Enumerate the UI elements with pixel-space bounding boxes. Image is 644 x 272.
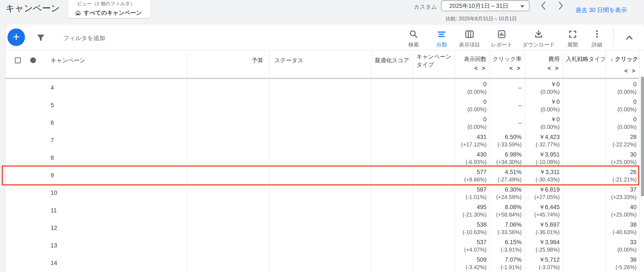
add-filter-input[interactable]: フィルタを追加 [63,34,105,42]
row-number: 7 [50,132,70,149]
header-ctr[interactable]: クリック率 [491,55,522,63]
header-budget[interactable]: 予算 [226,57,263,64]
compare-columns-icon[interactable]: < > [529,65,560,72]
impressions-value: 431 [477,134,486,140]
header-optimization-score[interactable]: 最適化スコア [371,57,409,64]
impressions-delta: (-1.01%) [466,194,486,200]
header-cost[interactable]: 費用 [529,55,560,63]
table-row[interactable]: 50(0.00%)–￥0(0.00%)0(0.00%) [6,96,639,114]
ctr-value: 7.06% [505,221,522,228]
clicks-value: 37 [630,186,636,193]
cell-clicks: 0(0.00%) [608,114,636,132]
impressions-delta: (0.00%) [467,124,486,130]
chevron-right-icon[interactable] [556,1,565,11]
cost-value: ￥3,984 [539,239,560,246]
compare-columns-icon[interactable]: < > [606,68,636,74]
ctr-delta: (+34.30%) [496,159,522,165]
ctr-delta: (-33.56%) [498,229,522,236]
cell-clicks: 30(+25.00%) [608,149,636,167]
impressions-value: 509 [477,256,486,263]
header-campaign[interactable]: キャンペーン [50,57,86,64]
cell-clicks: 0(0.00%) [608,96,636,114]
row-number: 10 [50,184,70,202]
cell-cost: ￥6,819(+27.05%) [528,184,560,202]
table-row[interactable]: 11495(-21.30%)8.08%(+58.84%)￥6,445(+45.7… [6,202,639,219]
cost-value: ￥3,951 [539,151,560,158]
compare-columns-icon[interactable]: < > [456,65,486,72]
funnel-icon[interactable] [36,33,46,43]
cost-value: ￥0 [550,116,560,123]
cell-cost: ￥0(0.00%) [528,79,560,96]
header-impressions[interactable]: 表示回数 [456,55,486,63]
header-bid-strategy[interactable]: 入札戦略タイプ [566,55,605,63]
cell-cost: ￥3,984(-25.98%) [528,237,560,254]
cost-delta: (0.00%) [540,106,560,113]
table-row[interactable]: 12538(-10.63%)7.06%(-33.56%)￥5,697(-36.0… [6,219,639,237]
clicks-value: 0 [633,116,636,123]
clicks-delta: (-5.26%) [616,264,636,271]
row-number: 11 [50,202,70,219]
select-all-checkbox[interactable] [15,57,21,63]
cell-impressions: 430(-6.93%) [456,149,486,167]
cell-impressions: 537(+4.07%) [456,237,486,254]
compare-columns-icon[interactable]: < > [491,65,522,72]
toolbar-report-button[interactable]: レポート [482,29,522,48]
date-mode-label: カスタム [404,3,437,11]
impressions-delta: (-10.63%) [462,229,486,236]
cost-value: ￥6,445 [539,204,560,211]
date-range-picker[interactable]: 2025年10月1日～31日 [441,1,530,11]
ctr-delta: (-3.91%) [500,246,522,253]
cell-clicks: 26(-21.21%) [608,167,636,184]
clicks-delta: (+25.00%) [611,159,636,165]
vertical-scrollbar[interactable] [641,77,644,196]
cell-impressions: 431(+17.12%) [456,132,486,149]
cost-delta: (+27.05%) [534,194,560,200]
cell-clicks: 37(+23.33%) [608,184,636,202]
show-last-30-days-link[interactable]: 過去 30 日間を表示 [576,6,627,14]
toolbar-download-button[interactable]: ダウンロード [519,29,558,48]
view-selector-chip[interactable]: ビュー（2 個のフィルタ） すべてのキャンペーン [68,0,151,18]
table-row[interactable]: 40(0.00%)–￥0(0.00%)0(0.00%) [6,79,639,96]
toolbar-more-button[interactable]: 詳細 [577,29,617,48]
cost-delta: (-10.08%) [536,159,560,165]
comparison-range-label: 比較: 2025年8月31日～10月1日 [446,15,517,22]
table-row[interactable]: 8430(-6.93%)6.98%(+34.30%)￥3,951(-10.08%… [6,149,639,167]
cell-impressions: 0(0.00%) [456,96,486,114]
cell-cost: ￥0(0.00%) [528,96,560,114]
clicks-delta: (0.00%) [617,106,636,113]
cell-clicks: 0(0.00%) [608,79,636,96]
clicks-value: 40 [630,204,636,211]
campaign-table-card: + フィルタを追加 検索 [6,25,644,272]
cost-delta: (-32.77%) [536,141,560,148]
table-row[interactable]: 14509(-3.42%)7.07%(-1.91%)￥5,712(-3.07%)… [6,254,639,272]
clicks-delta: (0.00%) [617,89,636,95]
cost-delta: (+45.74%) [534,211,560,218]
ctr-value: – [518,102,522,109]
table-row[interactable]: 60(0.00%)–￥0(0.00%)0(0.00%) [6,114,639,132]
cell-clicks: 33(0.00%) [608,237,636,254]
header-status[interactable]: ステータス [274,57,303,64]
table-row[interactable]: 13537(+4.07%)6.15%(-3.91%)￥3,984(-25.98%… [6,237,639,254]
table-row[interactable]: 7431(+17.12%)6.50%(-33.59%)￥4,423(-32.77… [6,132,639,149]
cell-cost: ￥4,423(-32.77%) [528,132,560,149]
date-range-value: 2025年10月1日～31日 [449,2,508,10]
header-campaign-type[interactable]: キャンペーンタイプ [416,53,453,69]
header-clicks-sorted[interactable]: ↓ クリック数 [610,55,638,63]
table-row[interactable]: 10587(-1.01%)6.30%(+24.59%)￥6,819(+27.05… [6,184,639,202]
row-number: 14 [50,254,70,272]
google-ads-campaign-page: キャンペーン ビュー（2 個のフィルタ） すべてのキャンペーン カスタム 202… [0,0,644,272]
clicks-value: 28 [630,134,636,140]
clicks-delta: (+23.33%) [611,194,636,200]
add-campaign-button[interactable]: + [8,29,25,46]
ctr-delta: (-33.59%) [498,141,522,148]
table-row[interactable]: 9577(+8.66%)4.51%(-27.49%)￥3,311(-30.43%… [6,167,639,184]
chevron-up-icon[interactable] [624,33,634,43]
clicks-value: 0 [633,99,636,105]
cell-ctr: 6.30%(+24.59%) [491,184,522,202]
ctr-value: – [518,84,522,91]
impressions-value: 538 [477,221,486,228]
cell-ctr: – [491,96,522,114]
cell-ctr: – [491,114,522,132]
clicks-value: 33 [630,239,636,246]
chevron-left-icon[interactable] [539,1,548,11]
